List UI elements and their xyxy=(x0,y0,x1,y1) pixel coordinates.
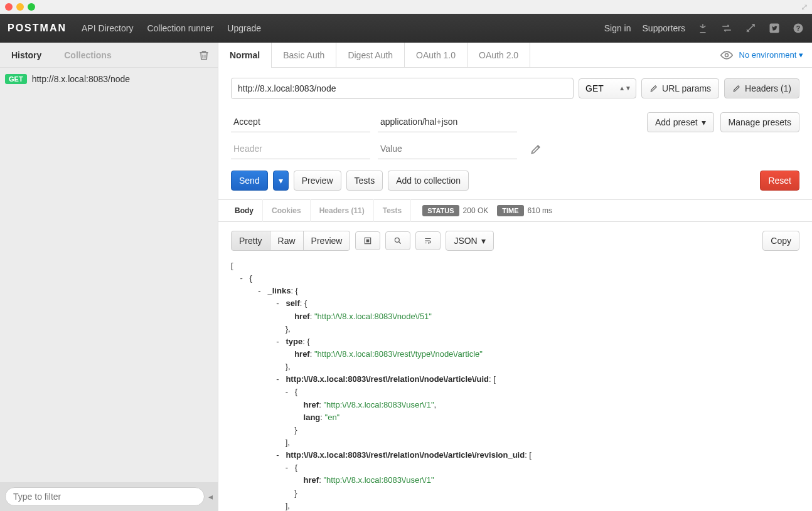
preview-button[interactable]: Preview xyxy=(294,171,341,191)
header-value-input[interactable] xyxy=(378,112,517,132)
chevron-down-icon: ▾ xyxy=(481,236,486,246)
history-item-url: http://8.x.local:8083/node xyxy=(32,74,130,84)
svg-point-3 xyxy=(725,53,728,56)
bulk-edit-icon[interactable] xyxy=(530,143,542,155)
method-badge: GET xyxy=(5,74,27,84)
toggle-wrap-button[interactable] xyxy=(355,231,380,250)
header-key-input[interactable] xyxy=(231,112,370,132)
response-tab-cookies[interactable]: Cookies xyxy=(263,199,311,222)
status-value: 200 OK xyxy=(463,206,489,215)
interceptor-icon[interactable] xyxy=(697,22,709,34)
response-tab-body[interactable]: Body xyxy=(226,199,263,222)
response-tab-headers[interactable]: Headers (11) xyxy=(311,199,374,222)
view-pretty-button[interactable]: Pretty xyxy=(231,231,270,251)
auth-tab-normal[interactable]: Normal xyxy=(218,43,272,68)
edit-icon xyxy=(649,84,658,93)
environment-quicklook-icon[interactable] xyxy=(720,51,733,60)
headers-button[interactable]: Headers (1) xyxy=(724,78,799,98)
line-wrap-button[interactable] xyxy=(415,231,441,250)
sync-icon[interactable] xyxy=(720,22,733,34)
wrap-icon xyxy=(424,236,432,245)
add-to-collection-button[interactable]: Add to collection xyxy=(388,171,469,191)
zoom-window-icon[interactable] xyxy=(28,3,35,11)
svg-rect-5 xyxy=(367,240,370,242)
settings-icon[interactable] xyxy=(744,22,757,34)
mac-window-controls: ⤢ xyxy=(0,0,812,14)
tests-button[interactable]: Tests xyxy=(346,171,383,191)
request-url-input[interactable] xyxy=(231,78,574,99)
nav-collection-runner[interactable]: Collection runner xyxy=(147,23,213,33)
http-method-select[interactable]: GET xyxy=(579,78,636,98)
trash-icon[interactable] xyxy=(198,49,210,61)
manage-presets-button[interactable]: Manage presets xyxy=(720,112,799,132)
status-label: STATUS xyxy=(422,205,459,216)
search-icon xyxy=(393,236,402,245)
search-response-button[interactable] xyxy=(385,231,410,250)
time-value: 610 ms xyxy=(528,206,552,215)
view-preview-button[interactable]: Preview xyxy=(303,231,351,251)
auth-tab-oauth1[interactable]: OAuth 1.0 xyxy=(405,43,467,68)
sidebar-tab-history[interactable]: History xyxy=(0,43,53,68)
collapse-icon xyxy=(363,236,372,245)
brand-logo: POSTMAN xyxy=(8,23,67,34)
help-icon[interactable]: ? xyxy=(792,22,804,34)
svg-text:?: ? xyxy=(796,24,800,32)
auth-tab-oauth2[interactable]: OAuth 2.0 xyxy=(467,43,530,68)
add-preset-button[interactable]: Add preset ▾ xyxy=(647,112,714,132)
chevron-down-icon: ▾ xyxy=(702,117,706,127)
url-params-button[interactable]: URL params xyxy=(641,78,719,98)
nav-upgrade[interactable]: Upgrade xyxy=(227,23,261,33)
auth-tab-digest[interactable]: Digest Auth xyxy=(336,43,405,68)
response-body[interactable]: [ - { - _links: { - self: { href: "http:… xyxy=(218,260,812,511)
header-value-input-blank[interactable] xyxy=(378,139,517,159)
expand-icon[interactable]: ⤢ xyxy=(801,2,808,12)
reset-button[interactable]: Reset xyxy=(760,171,799,191)
header-key-input-blank[interactable] xyxy=(231,139,370,159)
filter-input[interactable] xyxy=(5,487,205,506)
sidebar-tab-collections[interactable]: Collections xyxy=(53,43,122,68)
nav-supporters[interactable]: Supporters xyxy=(643,23,685,33)
environment-selector[interactable]: No environment ▾ xyxy=(739,50,803,60)
copy-response-button[interactable]: Copy xyxy=(762,231,799,251)
nav-api-directory[interactable]: API Directory xyxy=(82,23,133,33)
send-button[interactable]: Send xyxy=(231,171,268,191)
view-raw-button[interactable]: Raw xyxy=(270,231,304,251)
collapse-sidebar-icon[interactable]: ◂ xyxy=(208,492,213,502)
auth-tab-basic[interactable]: Basic Auth xyxy=(272,43,336,68)
response-tab-tests[interactable]: Tests xyxy=(374,199,411,222)
nav-signin[interactable]: Sign in xyxy=(604,23,631,33)
sidebar: History Collections GET http://8.x.local… xyxy=(0,43,218,511)
history-item[interactable]: GET http://8.x.local:8083/node xyxy=(0,68,218,90)
response-format-select[interactable]: JSON ▾ xyxy=(446,231,493,251)
minimize-window-icon[interactable] xyxy=(16,3,24,11)
auth-tabs: Normal Basic Auth Digest Auth OAuth 1.0 … xyxy=(218,43,812,68)
send-dropdown-button[interactable]: ▾ xyxy=(273,171,289,191)
topbar: POSTMAN API Directory Collection runner … xyxy=(0,14,812,43)
svg-point-6 xyxy=(395,238,400,242)
close-window-icon[interactable] xyxy=(5,3,13,11)
edit-icon xyxy=(732,84,741,93)
twitter-icon[interactable] xyxy=(768,22,781,34)
time-label: TIME xyxy=(497,205,523,216)
